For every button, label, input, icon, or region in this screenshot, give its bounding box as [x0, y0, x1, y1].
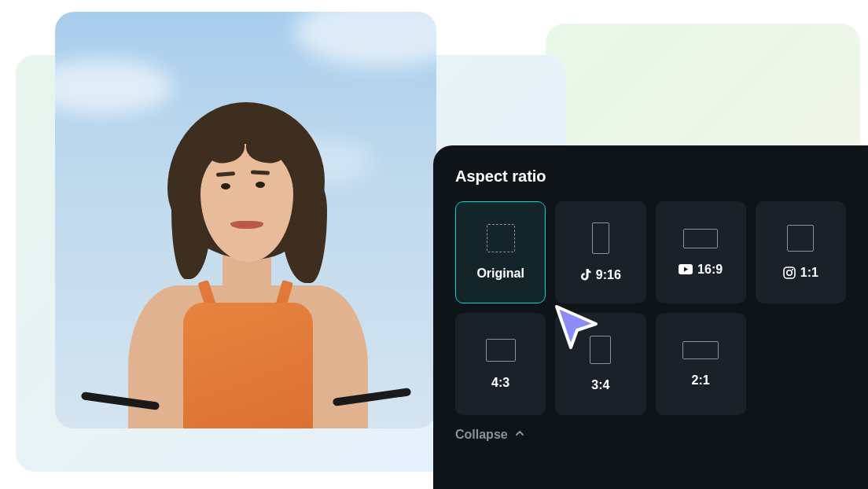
ratio-preview-shape: [683, 229, 718, 248]
instagram-icon: [783, 267, 796, 279]
source-image-preview: [55, 12, 436, 428]
ratio-preview-shape: [592, 222, 609, 254]
ratio-label: 1:1: [783, 266, 818, 280]
collapse-label: Collapse: [455, 428, 508, 442]
svg-point-2: [787, 270, 792, 275]
aspect-ratio-option-16-9[interactable]: 16:9: [656, 201, 746, 303]
panel-title: Aspect ratio: [455, 167, 846, 186]
ratio-label: 3:4: [591, 378, 609, 392]
ratio-label-text: 2:1: [692, 373, 710, 388]
aspect-ratio-option-4-3[interactable]: 4:3: [455, 313, 546, 415]
collapse-button[interactable]: Collapse: [455, 428, 525, 442]
aspect-ratio-option-2-1[interactable]: 2:1: [656, 313, 746, 415]
chevron-up-icon: [514, 428, 525, 442]
svg-rect-1: [784, 267, 795, 278]
tiktok-icon: [580, 269, 591, 281]
ratio-preview-shape: [590, 336, 611, 364]
svg-point-3: [792, 269, 793, 270]
aspect-ratio-option-9-16[interactable]: 9:16: [555, 201, 645, 303]
aspect-ratio-panel: Aspect ratio Original9:1616:91:14:33:42:…: [433, 145, 868, 489]
ratio-preview-shape: [682, 341, 719, 359]
aspect-ratio-grid: Original9:1616:91:14:33:42:1: [455, 201, 846, 415]
aspect-ratio-option-1-1[interactable]: 1:1: [756, 201, 846, 303]
ratio-preview-shape: [487, 224, 515, 252]
ratio-label-text: 1:1: [800, 266, 818, 280]
ratio-label-text: 3:4: [591, 378, 609, 392]
aspect-ratio-option-3-4[interactable]: 3:4: [555, 313, 645, 415]
ratio-preview-shape: [486, 339, 516, 362]
ratio-label: 2:1: [692, 373, 710, 388]
ratio-label: Original: [476, 267, 524, 281]
ratio-label-text: Original: [476, 267, 524, 281]
ratio-label: 9:16: [580, 268, 621, 282]
ratio-label: 4:3: [491, 376, 509, 390]
aspect-ratio-option-original[interactable]: Original: [455, 201, 546, 303]
ratio-label-text: 4:3: [491, 376, 509, 390]
ratio-preview-shape: [787, 225, 814, 252]
ratio-label-text: 9:16: [596, 268, 621, 282]
ratio-label: 16:9: [679, 263, 723, 277]
ratio-label-text: 16:9: [697, 263, 723, 277]
youtube-icon: [679, 264, 693, 274]
